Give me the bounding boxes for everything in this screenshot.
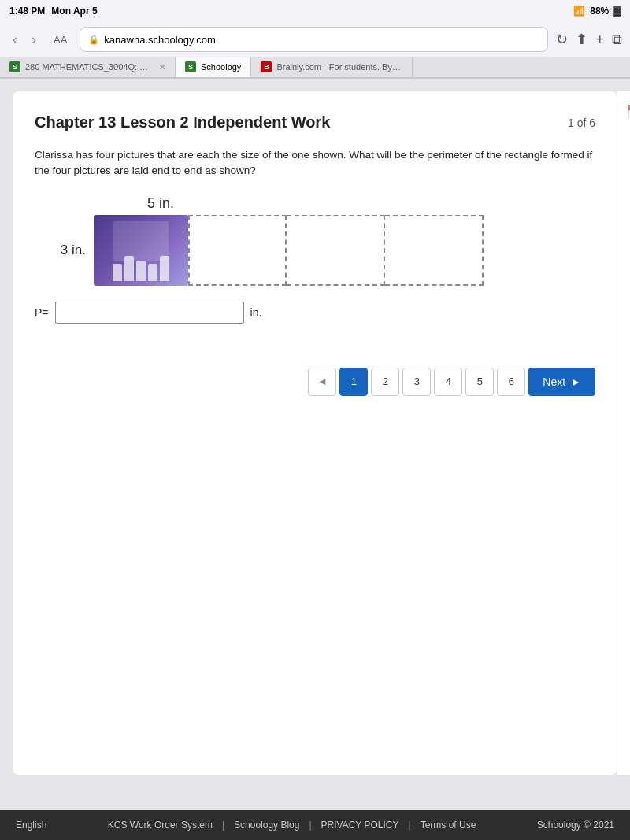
time-display: 1:48 PM	[9, 6, 45, 17]
tab-3[interactable]: B Brainly.com - For students. By student…	[251, 57, 413, 77]
pagination-area: ◄ 1 2 3 4 5 6 Next ►	[35, 355, 595, 396]
answer-row: P= in.	[35, 302, 595, 324]
tab3-title: Brainly.com - For students. By students.	[276, 62, 402, 72]
dimension-top-label: 5 in.	[113, 195, 208, 212]
footer-blog-link[interactable]: Schoology Blog	[234, 820, 299, 831]
dashed-box-2	[287, 215, 385, 286]
tab3-favicon: B	[261, 61, 272, 72]
page-button-6[interactable]: 6	[497, 368, 525, 396]
sidebar-calendar-button[interactable]: 📅	[621, 98, 630, 126]
tab1-close[interactable]: ✕	[159, 63, 165, 72]
status-bar: 1:48 PM Mon Apr 5 📶 88% ▓	[0, 0, 630, 22]
tab1-title: 280 MATHEMATICS_3004Q: 803 | Schoology	[25, 62, 151, 72]
people-silhouettes	[113, 256, 169, 281]
browser-chrome: ‹ › AA 🔒 kanawha.schoology.com ↻ ⬆ + ⧉ S…	[0, 22, 630, 79]
wifi-icon: 📶	[573, 6, 585, 17]
footer-copyright: Schoology © 2021	[537, 820, 614, 831]
person-4	[148, 264, 158, 281]
page-button-1[interactable]: 1	[339, 368, 368, 396]
footer-privacy-link[interactable]: PRIVACY POLICY	[321, 820, 399, 831]
page-button-5[interactable]: 5	[465, 368, 494, 396]
back-button[interactable]: ‹	[8, 30, 22, 50]
browser-tabs: S 280 MATHEMATICS_3004Q: 803 | Schoology…	[0, 57, 630, 78]
question-count: 1 of 6	[568, 117, 595, 129]
tab-1[interactable]: S 280 MATHEMATICS_3004Q: 803 | Schoology…	[0, 57, 176, 77]
tab2-title: Schoology	[201, 62, 241, 72]
next-label: Next	[543, 376, 565, 388]
sidebar-calc-button[interactable]: 🖩	[621, 224, 630, 252]
forward-button[interactable]: ›	[27, 30, 41, 50]
answer-label: P=	[35, 306, 49, 319]
sidebar-edit-button[interactable]: ✎	[621, 192, 630, 220]
sidebar-flag-button[interactable]: ⚑	[621, 161, 630, 189]
right-sidebar: 📅 🔒 ⚑ ✎ 🖩 ⤢	[617, 91, 630, 775]
person-1	[113, 264, 122, 281]
tab-2[interactable]: S Schoology	[176, 57, 251, 77]
day-display: Mon Apr 5	[51, 6, 97, 17]
prev-page-button[interactable]: ◄	[308, 368, 336, 396]
battery-display: 88%	[590, 6, 609, 17]
url-display: kanawha.schoology.com	[104, 34, 215, 46]
sidebar-lock-button[interactable]: 🔒	[621, 129, 630, 157]
person-5	[160, 256, 169, 281]
person-3	[136, 261, 146, 281]
battery-icon: ▓	[613, 6, 621, 17]
page-button-2[interactable]: 2	[371, 368, 399, 396]
footer-links: KCS Work Order System | Schoology Blog |…	[108, 820, 476, 831]
footer: English KCS Work Order System | Schoolog…	[0, 810, 630, 840]
answer-input[interactable]	[55, 302, 244, 324]
tab2-favicon: S	[185, 61, 196, 72]
reload-button[interactable]: ↻	[556, 31, 568, 48]
page-button-4[interactable]: 4	[434, 368, 462, 396]
page-button-3[interactable]: 3	[402, 368, 431, 396]
reader-mode-button[interactable]: AA	[49, 32, 72, 47]
dashed-box-3	[385, 215, 484, 286]
address-bar[interactable]: 🔒 kanawha.schoology.com	[80, 27, 548, 52]
dimension-left-label: 3 in.	[50, 242, 94, 258]
new-tab-button[interactable]: +	[595, 31, 604, 48]
tab1-favicon: S	[9, 61, 20, 72]
question-text: Clarissa has four pictures that are each…	[35, 147, 595, 179]
diagram-area: 5 in. 3 in.	[50, 195, 491, 286]
photo-simulation	[94, 215, 188, 286]
question-title: Chapter 13 Lesson 2 Independent Work	[35, 113, 330, 131]
lock-icon: 🔒	[88, 35, 99, 45]
picture-box	[94, 215, 188, 286]
dashed-boxes	[188, 215, 484, 286]
page-content: Chapter 13 Lesson 2 Independent Work 1 o…	[0, 79, 630, 787]
tabs-overview-button[interactable]: ⧉	[612, 31, 622, 48]
footer-language[interactable]: English	[16, 820, 46, 831]
share-button[interactable]: ⬆	[576, 31, 587, 48]
answer-unit: in.	[250, 306, 262, 319]
footer-kcs-link[interactable]: KCS Work Order System	[108, 820, 213, 831]
sidebar-expand-button[interactable]: ⤢	[621, 255, 630, 283]
dashed-box-1	[188, 215, 287, 286]
main-card: Chapter 13 Lesson 2 Independent Work 1 o…	[13, 91, 617, 775]
person-2	[124, 256, 134, 281]
next-arrow: ►	[570, 376, 581, 388]
next-button[interactable]: Next ►	[528, 368, 595, 396]
footer-terms-link[interactable]: Terms of Use	[421, 820, 476, 831]
question-header: Chapter 13 Lesson 2 Independent Work 1 o…	[35, 113, 595, 131]
